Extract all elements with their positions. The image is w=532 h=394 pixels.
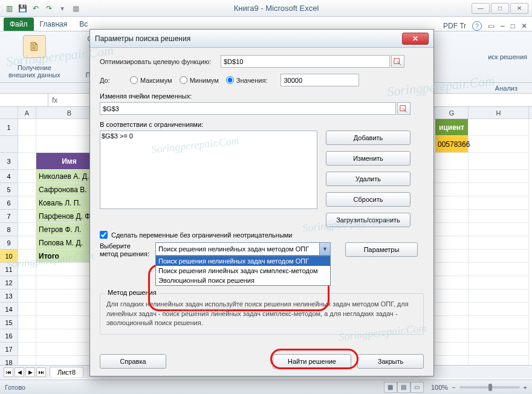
coef-value[interactable]: 00578366	[435, 136, 469, 153]
cell[interactable]	[469, 210, 529, 223]
view-pagelayout-icon[interactable]: ▤	[397, 382, 410, 393]
cell[interactable]	[435, 223, 469, 236]
cell[interactable]	[469, 236, 529, 250]
zoom-level[interactable]: 100%	[431, 384, 448, 391]
redo-icon[interactable]: ↷	[44, 3, 54, 14]
row-12[interactable]: 12	[0, 276, 18, 289]
zoom-slider[interactable]	[459, 386, 520, 389]
row-17[interactable]: 17	[0, 343, 18, 356]
zoom-out-icon[interactable]: −	[452, 384, 455, 391]
row-10[interactable]: 10	[0, 250, 18, 263]
sheet-nav-first-icon[interactable]: ⏮	[4, 367, 13, 377]
cell[interactable]	[435, 153, 469, 170]
close-button[interactable]: Закрыть	[357, 354, 424, 369]
minimize-button[interactable]: —	[472, 3, 490, 14]
cell[interactable]	[435, 210, 469, 223]
method-option[interactable]: Эволюционный поиск решения	[156, 276, 330, 285]
cell[interactable]	[469, 276, 529, 289]
sheet-nav-next-icon[interactable]: ▶	[25, 367, 35, 377]
params-button[interactable]: Параметры	[345, 242, 418, 257]
method-option[interactable]: Поиск решения нелинейных задач методом О…	[156, 256, 330, 266]
cell[interactable]	[435, 263, 469, 276]
select-all-corner[interactable]	[0, 107, 18, 118]
radio-min[interactable]: Минимум	[180, 76, 219, 84]
cell[interactable]	[18, 263, 36, 276]
cell[interactable]	[469, 119, 529, 136]
row-8[interactable]: 8	[0, 223, 18, 236]
objective-input[interactable]	[221, 55, 390, 68]
constraints-listbox[interactable]: $G$3 >= 0	[100, 131, 317, 209]
row-16[interactable]: 16	[0, 329, 18, 343]
tab-home[interactable]: Главная	[34, 18, 74, 31]
view-pagebreak-icon[interactable]: ▭	[410, 382, 424, 393]
workbook-close-icon[interactable]: ✕	[521, 22, 527, 30]
solve-button[interactable]: Найти решение	[273, 354, 351, 369]
row-5[interactable]: 5	[0, 183, 18, 196]
cell[interactable]	[469, 183, 529, 196]
chevron-down-icon[interactable]: ▼	[319, 243, 330, 255]
dialog-close-button[interactable]: ✕	[402, 33, 429, 45]
name-box[interactable]	[0, 94, 48, 106]
cell[interactable]	[469, 343, 529, 356]
cell[interactable]	[469, 316, 529, 329]
add-constraint-button[interactable]: Добавить	[326, 131, 410, 145]
solver-label[interactable]: иск решения	[488, 53, 527, 60]
cell[interactable]	[18, 196, 36, 210]
row-13[interactable]: 13	[0, 289, 18, 303]
cell[interactable]	[435, 289, 469, 303]
row-4[interactable]: 4	[0, 170, 18, 183]
cell[interactable]	[18, 276, 36, 289]
radio-max[interactable]: Максимум	[130, 76, 172, 84]
cell[interactable]	[435, 303, 469, 316]
method-option[interactable]: Поиск решения линейных задач симплекс-ме…	[156, 266, 330, 276]
cell[interactable]	[18, 316, 36, 329]
tab-pdf[interactable]: PDF Tr	[443, 22, 466, 30]
qat-more2-icon[interactable]: ▦	[70, 3, 81, 14]
radio-value[interactable]: Значения:	[226, 76, 268, 84]
cell[interactable]	[18, 136, 36, 153]
loadsave-button[interactable]: Загрузить/сохранить	[326, 213, 410, 227]
coef-header[interactable]: ициент	[435, 119, 469, 136]
target-value-input[interactable]	[281, 74, 359, 86]
cell[interactable]	[18, 119, 36, 136]
cell[interactable]	[469, 153, 529, 170]
cell[interactable]	[18, 236, 36, 250]
cell[interactable]	[469, 196, 529, 210]
sheet-nav-prev-icon[interactable]: ◀	[15, 367, 24, 377]
delete-constraint-button[interactable]: Удалить	[326, 172, 410, 186]
workbook-min-icon[interactable]: –	[501, 22, 505, 30]
cell[interactable]	[435, 250, 469, 263]
nonneg-checkbox[interactable]: Сделать переменные без ограничений неотр…	[100, 231, 424, 239]
cell[interactable]	[435, 276, 469, 289]
cell[interactable]	[18, 210, 36, 223]
maximize-button[interactable]: □	[491, 3, 509, 14]
view-normal-icon[interactable]: ▦	[384, 382, 397, 393]
cell[interactable]	[18, 329, 36, 343]
cell[interactable]	[435, 183, 469, 196]
row-3[interactable]: 3	[0, 153, 18, 170]
help-button[interactable]: Справка	[100, 354, 166, 369]
row-15[interactable]: 15	[0, 316, 18, 329]
cell[interactable]	[469, 136, 529, 153]
tab-file[interactable]: Файл	[4, 18, 34, 31]
cell[interactable]	[18, 303, 36, 316]
vars-range-picker[interactable]	[397, 102, 410, 115]
sheet-tab-active[interactable]: Лист8	[50, 367, 83, 377]
cell[interactable]	[435, 170, 469, 183]
fx-icon[interactable]: fx	[48, 96, 61, 105]
col-H[interactable]: H	[469, 107, 529, 118]
cell[interactable]	[18, 250, 36, 263]
row-1[interactable]: 1	[0, 119, 18, 136]
row-14[interactable]: 14	[0, 303, 18, 316]
dialog-titlebar[interactable]: Параметры поиска решения ✕	[90, 30, 433, 48]
cell[interactable]	[435, 343, 469, 356]
vars-input[interactable]	[100, 102, 396, 115]
cell[interactable]	[435, 236, 469, 250]
constraint-item[interactable]: $G$3 >= 0	[102, 132, 316, 140]
qat-more-icon[interactable]: ▾	[57, 3, 68, 14]
row-2[interactable]	[0, 136, 18, 153]
cell[interactable]	[18, 183, 36, 196]
cell[interactable]	[18, 343, 36, 356]
ribbon-group-external-data[interactable]: 🗎 Получение внешних данных	[5, 34, 64, 80]
cell[interactable]	[18, 223, 36, 236]
